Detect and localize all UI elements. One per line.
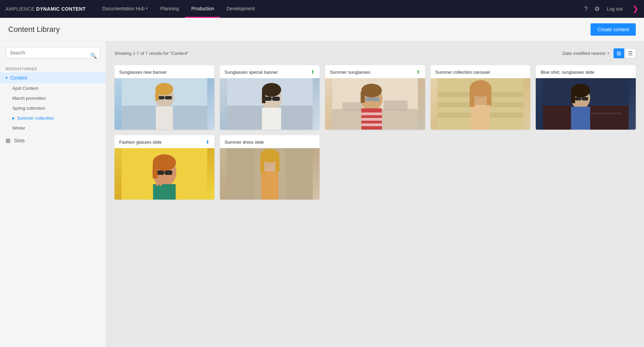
card-title: Summer collection carousel: [435, 69, 490, 75]
svg-rect-20: [262, 91, 265, 103]
card-image: [536, 78, 636, 130]
card-blue-shirt-sunglasses-slide[interactable]: Blue shirt, sunglasses slide: [536, 65, 636, 130]
tab-documentation-hub[interactable]: Documentation Hub ▾: [96, 0, 154, 18]
content-toolbar: Showing 1-7 of 7 results for "Content" D…: [114, 48, 636, 58]
card-sunglasses-new-banner[interactable]: Sunglasses new banner: [114, 65, 214, 130]
sidebar-sub-march-promotion[interactable]: March promotion: [0, 93, 106, 103]
svg-rect-65: [164, 172, 165, 173]
svg-rect-75: [260, 157, 264, 172]
create-content-button[interactable]: Create content: [591, 23, 636, 36]
svg-rect-73: [261, 171, 278, 200]
svg-rect-28: [361, 112, 382, 115]
sidebar-item-content[interactable]: ▾ Content: [0, 72, 106, 83]
sidebar-item-slots-label: Slots: [14, 138, 25, 143]
card-summer-sunglasses[interactable]: Summer sunglasses ⬆: [325, 65, 425, 130]
card-header: Sunglasses special banner ⬆: [220, 65, 320, 78]
svg-rect-10: [156, 90, 159, 100]
svg-rect-29: [361, 118, 382, 121]
sidebar-sub-summer-collection[interactable]: Summer collection: [0, 113, 106, 123]
status-icon: ⬆: [311, 69, 315, 75]
search-input[interactable]: [5, 47, 100, 59]
card-title: Summer dress slide: [225, 139, 264, 145]
svg-rect-63: [157, 170, 164, 175]
help-icon[interactable]: ?: [584, 5, 587, 13]
svg-rect-64: [165, 170, 172, 175]
search-icon: 🔍: [90, 52, 97, 59]
logout-button[interactable]: Log out: [607, 6, 623, 12]
view-toggle: ⊞ ☰: [614, 48, 636, 58]
svg-rect-45: [487, 90, 492, 105]
svg-rect-15: [262, 108, 281, 130]
list-view-button[interactable]: ☰: [625, 48, 636, 58]
card-title: Sunglasses special banner: [225, 69, 278, 75]
svg-rect-30: [361, 123, 382, 126]
tab-planning[interactable]: Planning: [154, 0, 185, 18]
sidebar-sub-winter[interactable]: Winter: [0, 123, 106, 133]
results-text: Showing 1-7 of 7 results for "Content": [114, 51, 189, 56]
sidebar-item-slots[interactable]: ▦ Slots: [0, 134, 106, 146]
card-title: Sunglasses new banner: [119, 69, 167, 75]
content-area: Showing 1-7 of 7 results for "Content" D…: [106, 41, 644, 347]
top-nav: AMPLIENCE DYNAMIC CONTENT Documentation …: [0, 0, 644, 18]
svg-rect-32: [373, 97, 380, 101]
sidebar-sub-april-content[interactable]: April Content: [0, 83, 106, 93]
svg-rect-18: [271, 98, 272, 99]
card-fashion-glasses-slide[interactable]: Fashion glasses slide ⬆: [114, 135, 214, 200]
sort-select[interactable]: Date modified newest ▾: [562, 51, 609, 56]
nav-tabs: Documentation Hub ▾ Planning Production …: [96, 0, 584, 18]
toolbar-right: Date modified newest ▾ ⊞ ☰: [562, 48, 636, 58]
card-image: [220, 148, 320, 200]
card-image: [325, 78, 425, 130]
dropdown-arrow-icon: ▾: [146, 6, 148, 11]
svg-rect-56: [581, 98, 582, 99]
cards-grid: Sunglasses new banner: [114, 65, 636, 200]
grid-view-button[interactable]: ⊞: [614, 48, 624, 58]
card-header: Blue shirt, sunglasses slide: [536, 65, 636, 78]
card-title: Blue shirt, sunglasses slide: [541, 69, 594, 75]
svg-rect-54: [575, 97, 581, 100]
card-header: Summer dress slide: [220, 135, 320, 148]
card-header: Fashion glasses slide ⬆: [114, 135, 214, 148]
svg-rect-67: [153, 165, 158, 178]
svg-rect-51: [571, 107, 590, 130]
brand-dc: DYNAMIC CONTENT: [36, 6, 86, 12]
page-header: Content Library Create content: [0, 18, 644, 41]
svg-rect-76: [275, 157, 279, 171]
settings-icon[interactable]: ⚙: [594, 5, 600, 13]
sidebar-sub-spring-collection[interactable]: Spring collection: [0, 103, 106, 113]
svg-rect-71: [285, 148, 312, 200]
card-sunglasses-special-banner[interactable]: Sunglasses special banner ⬆: [220, 65, 320, 130]
tab-production[interactable]: Production: [185, 0, 220, 18]
status-icon: ⬆: [416, 69, 420, 75]
brand-logo: AMPLIENCE DYNAMIC CONTENT: [5, 6, 86, 12]
svg-rect-31: [365, 97, 372, 101]
page-title: Content Library: [8, 25, 60, 34]
card-header: Sunglasses new banner: [114, 65, 214, 78]
svg-rect-49: [591, 112, 622, 115]
repositories-label: Repositories: [0, 64, 106, 72]
svg-rect-62: [159, 176, 162, 186]
card-header: Summer sunglasses ⬆: [325, 65, 425, 78]
status-icon: ⬆: [206, 139, 210, 145]
card-image: [114, 148, 214, 200]
svg-rect-60: [153, 184, 176, 200]
sidebar: 🔍 Repositories ▾ Content April Content M…: [0, 41, 106, 347]
svg-rect-5: [156, 106, 173, 130]
card-summer-collection-carousel[interactable]: Summer collection carousel: [431, 65, 531, 130]
card-title: Fashion glasses slide: [119, 139, 162, 145]
svg-rect-7: [165, 96, 172, 99]
card-image: [220, 78, 320, 130]
svg-rect-53: [571, 91, 575, 103]
nav-chevron-right-icon: ❯: [632, 4, 639, 13]
svg-rect-17: [272, 97, 280, 101]
svg-rect-61: [156, 177, 159, 186]
brand-amplience: AMPLIENCE: [5, 6, 35, 12]
card-header: Summer collection carousel: [431, 65, 531, 78]
svg-rect-70: [227, 148, 254, 200]
svg-rect-55: [582, 97, 588, 100]
card-summer-dress-slide[interactable]: Summer dress slide: [220, 135, 320, 200]
sidebar-item-content-label: Content: [10, 75, 27, 81]
nav-right: ? ⚙ Log out ❯: [584, 4, 639, 13]
svg-rect-42: [471, 105, 490, 130]
tab-development[interactable]: Development: [220, 0, 261, 18]
